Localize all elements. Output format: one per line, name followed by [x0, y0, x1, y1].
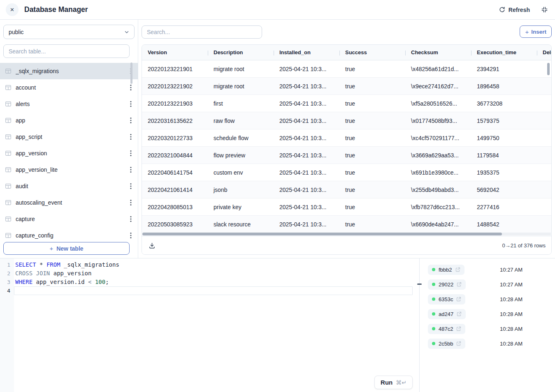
- table-cell: 20220321004844: [142, 152, 208, 159]
- sidebar-table-item[interactable]: capture: [0, 211, 138, 227]
- sidebar-table-item[interactable]: autoscaling_event: [0, 194, 138, 211]
- sidebar-table-item[interactable]: account: [0, 79, 138, 96]
- insert-button[interactable]: + Insert: [520, 25, 552, 38]
- table-row[interactable]: 20220421061414jsonb2025-04-21 10:3...tru…: [142, 181, 551, 198]
- sidebar-table-item[interactable]: capture_config: [0, 227, 138, 241]
- code-token: [91, 279, 95, 285]
- history-run-pill[interactable]: 487c2: [428, 324, 465, 334]
- kebab-menu-icon[interactable]: [130, 232, 132, 239]
- code-token: WHERE: [15, 279, 33, 285]
- table-cell: 36773208: [471, 100, 537, 107]
- table-cell: 1935375: [471, 169, 537, 176]
- sql-editor[interactable]: 1234 SELECT * FROM _sqlx_migrationsCROSS…: [0, 258, 420, 392]
- table-cell: true: [339, 152, 405, 159]
- table-horizontal-scrollbar[interactable]: [142, 233, 551, 235]
- kebab-menu-icon[interactable]: [130, 216, 132, 222]
- editor-code[interactable]: SELECT * FROM _sqlx_migrationsCROSS JOIN…: [14, 258, 419, 392]
- table-cell: 20220123221902: [142, 83, 208, 90]
- table-search-input[interactable]: [3, 44, 130, 58]
- new-table-button[interactable]: + New table: [3, 242, 130, 255]
- column-header[interactable]: Installed_on: [274, 49, 339, 55]
- kebab-menu-icon[interactable]: [130, 183, 132, 189]
- sidebar-scrollbar[interactable]: [130, 62, 132, 84]
- collapse-panel-button[interactable]: [541, 7, 548, 13]
- external-link-icon[interactable]: [455, 267, 460, 272]
- sidebar-table-item[interactable]: alerts: [0, 96, 138, 112]
- table-row[interactable]: 20220406141754custom env2025-04-21 10:3.…: [142, 164, 551, 181]
- code-line[interactable]: WHERE app_version.id < 100;: [14, 278, 413, 286]
- scrollbar-thumb[interactable]: [142, 233, 502, 235]
- table-cell: 20220503085923: [142, 221, 208, 228]
- sidebar-table-item[interactable]: app_version_lite: [0, 161, 138, 178]
- close-button[interactable]: ×: [6, 3, 19, 16]
- sidebar-table-item[interactable]: app_version: [0, 145, 138, 161]
- table-row[interactable]: 20220503085923slack resource2025-04-21 1…: [142, 216, 551, 233]
- sidebar-table-item[interactable]: app: [0, 112, 138, 129]
- status-dot: [432, 327, 435, 330]
- table-row[interactable]: 20220123221902migrate root2025-04-21 10:…: [142, 78, 551, 95]
- sidebar-table-item[interactable]: audit: [0, 178, 138, 194]
- run-button[interactable]: Run ⌘↵: [374, 376, 413, 389]
- table-cell: 20220123221901: [142, 66, 208, 72]
- history-run-pill[interactable]: 29022: [428, 279, 466, 290]
- sidebar: public _sqlx_migrations account: [0, 20, 138, 258]
- schema-select[interactable]: public: [3, 25, 135, 39]
- kebab-menu-icon[interactable]: [130, 84, 132, 91]
- column-header[interactable]: Dele: [537, 49, 551, 55]
- table-row[interactable]: 20220320122733schedule flow2025-04-21 10…: [142, 129, 551, 147]
- line-number: 4: [0, 286, 14, 295]
- kebab-menu-icon[interactable]: [130, 117, 132, 124]
- column-header[interactable]: Description: [208, 49, 274, 55]
- table-cell: true: [339, 204, 405, 210]
- run-timestamp: 10:28 AM: [500, 326, 522, 332]
- sidebar-table-item[interactable]: _sqlx_migrations: [0, 63, 138, 79]
- row-search-input[interactable]: [142, 25, 262, 39]
- external-link-icon[interactable]: [456, 326, 461, 331]
- external-link-icon[interactable]: [457, 311, 462, 316]
- table-cell: flow preview: [208, 152, 274, 159]
- table-cell: 2025-04-21 10:3...: [274, 187, 339, 193]
- run-id: fbbb2: [439, 267, 452, 273]
- kebab-menu-icon[interactable]: [130, 166, 132, 173]
- code-line[interactable]: [14, 286, 413, 295]
- external-link-icon[interactable]: [456, 297, 461, 302]
- table-row[interactable]: 20220123221901migrate root2025-04-21 10:…: [142, 60, 551, 78]
- sidebar-table-name: capture: [16, 216, 126, 222]
- external-link-icon[interactable]: [457, 282, 462, 287]
- status-dot: [432, 297, 435, 301]
- refresh-button[interactable]: Refresh: [499, 7, 530, 13]
- kebab-menu-icon[interactable]: [130, 134, 132, 140]
- code-line[interactable]: CROSS JOIN app_version: [14, 269, 413, 278]
- table-cell: schedule flow: [208, 135, 274, 141]
- external-link-icon[interactable]: [456, 341, 461, 346]
- history-row: fbbb2 10:27 AM: [420, 262, 555, 277]
- editor-scrollbar-handle[interactable]: [417, 284, 422, 285]
- table-cell: 2025-04-21 10:3...: [274, 169, 339, 176]
- sidebar-table-name: audit: [16, 183, 126, 189]
- kebab-menu-icon[interactable]: [130, 101, 132, 107]
- history-run-pill[interactable]: 6353c: [428, 294, 465, 304]
- column-header[interactable]: Success: [339, 49, 405, 55]
- refresh-label: Refresh: [509, 7, 530, 13]
- table-row[interactable]: 20220316135622raw flow2025-04-21 10:3...…: [142, 112, 551, 129]
- column-header[interactable]: Version: [142, 49, 208, 55]
- history-run-pill[interactable]: 2c5bb: [428, 339, 465, 349]
- table-cell: 2025-04-21 10:3...: [274, 221, 339, 228]
- run-timestamp: 10:28 AM: [500, 296, 522, 302]
- kebab-menu-icon[interactable]: [130, 199, 132, 206]
- download-button[interactable]: [148, 241, 156, 250]
- kebab-menu-icon[interactable]: [130, 150, 132, 157]
- table-row[interactable]: 20220123221903first2025-04-21 10:3...tru…: [142, 95, 551, 112]
- status-dot: [432, 268, 435, 271]
- table-row[interactable]: 20220428085013private key2025-04-21 10:3…: [142, 198, 551, 216]
- run-id: 2c5bb: [439, 341, 453, 347]
- column-header[interactable]: Execution_time: [471, 49, 537, 55]
- table-vertical-scrollbar[interactable]: [547, 63, 550, 75]
- code-line[interactable]: SELECT * FROM _sqlx_migrations: [14, 261, 413, 269]
- column-header[interactable]: Checksum: [405, 49, 471, 55]
- history-run-pill[interactable]: ad247: [428, 309, 466, 319]
- sidebar-table-item[interactable]: app_script: [0, 129, 138, 145]
- history-run-pill[interactable]: fbbb2: [428, 265, 464, 275]
- table-row[interactable]: 20220321004844flow preview2025-04-21 10:…: [142, 147, 551, 164]
- table-cell: \x6690de4ab247...: [405, 221, 471, 228]
